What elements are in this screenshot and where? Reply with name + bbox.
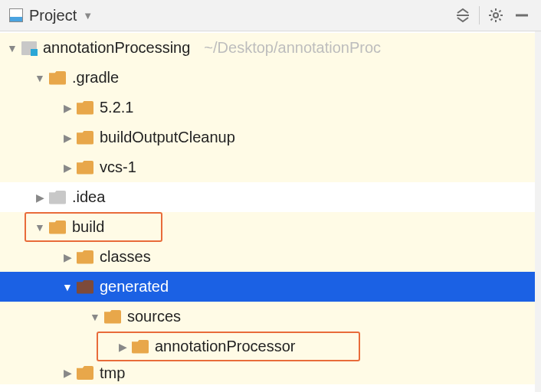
tree-item-gradle-version[interactable]: 5.2.1: [0, 93, 541, 122]
project-title-group[interactable]: Project ▼: [9, 7, 450, 24]
svg-point-1: [493, 13, 498, 18]
project-tree: annotationProcessing ~/Desktop/annotatio…: [0, 31, 541, 384]
tree-root[interactable]: annotationProcessing ~/Desktop/annotatio…: [0, 33, 541, 63]
item-label: vcs-1: [100, 158, 136, 176]
expand-arrow-icon[interactable]: [34, 221, 46, 234]
item-label: .gradle: [72, 69, 119, 87]
gear-icon[interactable]: [483, 2, 509, 28]
item-label: buildOutputCleanup: [100, 129, 235, 146]
svg-line-9: [491, 18, 493, 20]
vertical-scrollbar[interactable]: [535, 31, 541, 392]
expand-arrow-icon[interactable]: [61, 102, 74, 114]
dropdown-arrow-icon[interactable]: ▼: [83, 10, 93, 21]
tree-item-build-output-cleanup[interactable]: buildOutputCleanup: [0, 122, 541, 152]
expand-arrow-icon[interactable]: [116, 341, 129, 353]
root-path: ~/Desktop/annotationProc: [204, 39, 381, 57]
toolbar-separator: [479, 6, 480, 24]
project-window-icon: [9, 8, 23, 22]
expand-arrow-icon[interactable]: [61, 162, 74, 174]
expand-arrow-icon[interactable]: [89, 311, 101, 323]
tree-item-sources[interactable]: sources: [0, 302, 541, 332]
svg-line-8: [499, 11, 500, 12]
folder-icon: [77, 101, 93, 115]
expand-arrow-icon[interactable]: [34, 72, 46, 84]
folder-icon: [77, 366, 93, 380]
folder-icon: [77, 250, 93, 264]
tree-item-gradle[interactable]: .gradle: [0, 63, 541, 93]
svg-line-7: [499, 18, 500, 20]
folder-icon: [104, 310, 121, 324]
item-label: tmp: [100, 364, 125, 382]
tree-item-tmp[interactable]: tmp: [0, 361, 541, 384]
expand-arrow-icon[interactable]: [61, 281, 74, 293]
item-label: annotationProcessor: [155, 338, 295, 355]
svg-line-6: [491, 11, 493, 12]
item-label: generated: [100, 278, 169, 296]
folder-icon: [132, 340, 149, 354]
expand-arrow-icon[interactable]: [34, 191, 46, 204]
expand-arrow-icon[interactable]: [6, 42, 18, 54]
folder-icon: [77, 280, 93, 294]
scroll-from-source-icon[interactable]: [450, 2, 476, 28]
tree-item-generated[interactable]: generated: [0, 272, 541, 302]
expand-arrow-icon[interactable]: [61, 132, 74, 144]
expand-arrow-icon[interactable]: [61, 251, 74, 263]
folder-icon: [77, 131, 93, 145]
tree-item-idea[interactable]: .idea: [0, 182, 541, 212]
project-title: Project: [29, 7, 77, 24]
item-label: classes: [100, 248, 151, 266]
root-label: annotationProcessing: [43, 39, 190, 57]
hide-panel-icon[interactable]: [509, 2, 535, 28]
item-label: .idea: [72, 188, 105, 206]
item-label: sources: [127, 308, 181, 325]
folder-icon: [49, 191, 66, 204]
item-label: build: [72, 218, 104, 236]
folder-icon: [49, 71, 66, 85]
tree-item-classes[interactable]: classes: [0, 242, 541, 272]
tree-item-build[interactable]: build: [0, 212, 541, 242]
folder-icon: [49, 220, 66, 234]
module-icon: [21, 41, 37, 55]
tree-item-annotation-processor[interactable]: annotationProcessor: [0, 332, 541, 361]
project-toolbar: Project ▼: [0, 0, 541, 31]
expand-arrow-icon[interactable]: [61, 367, 74, 379]
item-label: 5.2.1: [100, 99, 133, 116]
folder-icon: [77, 161, 93, 175]
tree-item-vcs[interactable]: vcs-1: [0, 152, 541, 182]
